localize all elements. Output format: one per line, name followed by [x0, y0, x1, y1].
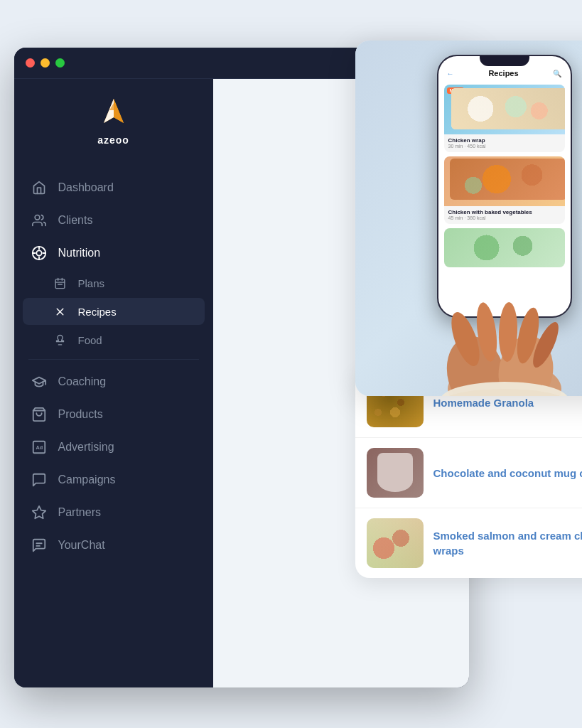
recipe-detail: 30 min · 450 kcal [448, 144, 561, 149]
chat-icon [31, 537, 47, 553]
sidebar-item-dashboard[interactable]: Dashboard [14, 171, 213, 204]
coaching-icon [31, 374, 47, 390]
logo-icon [97, 96, 131, 130]
logo-text: azeoo [97, 134, 129, 146]
campaigns-icon [31, 472, 47, 488]
food-icon [54, 333, 67, 346]
recipe-img-chicken [444, 156, 565, 206]
phone-card: ← Recipes 🔍 NEW [355, 41, 583, 396]
sidebar-divider [28, 359, 199, 360]
sidebar-item-clients[interactable]: Clients [14, 204, 213, 237]
advertising-icon: Ad [31, 439, 47, 455]
sidebar-label-coaching: Coaching [58, 375, 107, 388]
recipe-info-2: Chicken with baked vegetables 45 min · 3… [444, 206, 565, 224]
recipe-thumb-salmon [367, 518, 424, 568]
sidebar-item-advertising[interactable]: Ad Advertising [14, 431, 213, 464]
chocolate-image [367, 448, 424, 498]
recipe-card-wrap[interactable]: NEW Chicken wrap 30 min · 450 kcal [444, 85, 565, 152]
recipes-icon [54, 305, 67, 318]
sidebar-item-food[interactable]: Food [14, 326, 213, 353]
sidebar-item-yourchat[interactable]: YourChat [14, 529, 213, 562]
phone-screen-title: Recipes [488, 69, 518, 77]
svg-marker-2 [104, 99, 114, 123]
sidebar-item-products[interactable]: Products [14, 398, 213, 431]
sidebar-item-nutrition[interactable]: Nutrition [14, 237, 213, 269]
phone-notch [480, 56, 529, 66]
sidebar-label-plans: Plans [78, 277, 105, 289]
recipe-list-name-granola: Homemade Granola [433, 395, 534, 410]
recipe-name: Chicken wrap [448, 137, 561, 144]
partners-icon [31, 505, 47, 520]
nutrition-icon [31, 245, 47, 261]
hand-graphic [405, 261, 583, 396]
sidebar-label-recipes: Recipes [78, 306, 117, 318]
sidebar-label-products: Products [58, 408, 103, 421]
recipe-list-item-salmon[interactable]: Smoked salmon and cream cheese wraps [355, 508, 583, 578]
svg-marker-1 [114, 99, 124, 123]
svg-point-4 [35, 215, 40, 220]
close-button[interactable] [26, 58, 35, 68]
minimize-button[interactable] [41, 58, 50, 68]
logo-area: azeoo [14, 96, 213, 146]
salmon-image [367, 518, 424, 568]
sidebar-item-recipes[interactable]: Recipes [23, 298, 205, 325]
sidebar-label-yourchat: YourChat [58, 539, 105, 552]
svg-text:Ad: Ad [36, 444, 43, 451]
recipe-list-name-salmon: Smoked salmon and cream cheese wraps [433, 528, 583, 558]
recipe-info: Chicken wrap 30 min · 450 kcal [444, 134, 565, 152]
sidebar-label-nutrition: Nutrition [58, 247, 101, 259]
sidebar-item-campaigns[interactable]: Campaigns [14, 464, 213, 496]
recipe-thumb-chocolate [367, 448, 424, 498]
sidebar-label-dashboard: Dashboard [58, 181, 114, 194]
home-icon [31, 180, 47, 196]
recipe-img-wrap: NEW [444, 85, 565, 134]
svg-marker-16 [32, 506, 45, 518]
maximize-button[interactable] [55, 58, 65, 68]
phone-search-icon[interactable]: 🔍 [553, 70, 561, 77]
recipe-detail-2: 45 min · 380 kcal [448, 215, 561, 220]
clients-icon [31, 213, 47, 228]
sidebar-item-plans[interactable]: Plans [14, 269, 213, 296]
recipe-card-chicken[interactable]: Chicken with baked vegetables 45 min · 3… [444, 156, 565, 224]
recipe-list-item-chocolate[interactable]: Chocolate and coconut mug cake [355, 438, 583, 508]
recipe-list-name-chocolate: Chocolate and coconut mug cake [433, 466, 583, 481]
sidebar-label-clients: Clients [58, 214, 93, 227]
phone-mockup: ← Recipes 🔍 NEW [355, 41, 583, 396]
app-container: azeoo Dashboard [14, 26, 568, 702]
sidebar-item-coaching[interactable]: Coaching [14, 365, 213, 398]
sidebar-label-food: Food [78, 334, 102, 346]
sidebar-label-campaigns: Campaigns [58, 473, 116, 486]
plans-icon [54, 277, 67, 289]
sidebar-label-partners: Partners [58, 506, 101, 519]
recipe-list-panel: Homemade Granola Chocolate and coconut m… [355, 368, 583, 578]
sidebar-item-partners[interactable]: Partners [14, 496, 213, 529]
sidebar: azeoo Dashboard [14, 79, 213, 687]
recipe-name-2: Chicken with baked vegetables [448, 209, 561, 215]
products-icon [31, 407, 47, 422]
phone-back-button[interactable]: ← [447, 70, 454, 77]
sidebar-label-advertising: Advertising [58, 441, 114, 454]
